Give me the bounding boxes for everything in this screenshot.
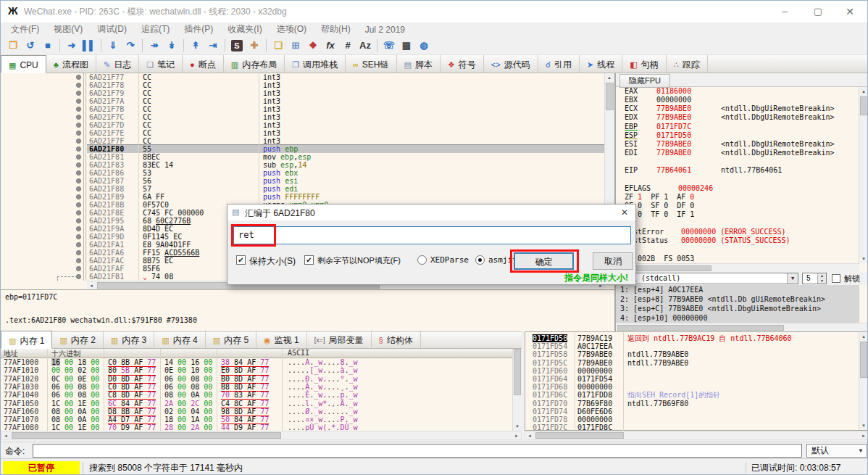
breakpoint-dot[interactable] [76, 178, 81, 183]
dump-row[interactable]: 77AF10200C 00 0E 00D0 8D AF 7706 00 08 0… [1, 375, 512, 383]
tab-线程[interactable]: ➤线程 [580, 55, 622, 73]
stack-horizontal-scrollbar[interactable]: ◂ ▸ [525, 431, 868, 440]
close-button[interactable]: ✕ [834, 1, 866, 22]
dump-vertical-scrollbar[interactable]: ▾ [512, 349, 522, 431]
restart-icon[interactable]: ↺ [22, 38, 39, 54]
breakpoint-dot[interactable] [76, 75, 81, 80]
breakpoint-dot[interactable] [76, 218, 81, 223]
tab-句柄[interactable]: ◧句柄 [622, 55, 666, 73]
register-row[interactable]: ZF 1 PF 1 AF 0 [616, 193, 859, 202]
registers-vertical-scrollbar[interactable]: ▴ ▾ [859, 87, 868, 263]
spinner-arrows-icon[interactable]: ▲▼ [817, 273, 826, 284]
menu-item[interactable]: 帮助(H) [314, 22, 358, 36]
breakpoint-dot[interactable] [76, 91, 81, 96]
register-row[interactable]: EBX00000000 [616, 96, 859, 104]
dump-row[interactable]: 77AF10801C 00 1E 0070 D9 AF 7728 00 2A 0… [1, 424, 512, 431]
register-row[interactable]: OF 0 SF 0 DF 0 [616, 202, 859, 210]
tab-引用[interactable]: ☌引用 [538, 55, 580, 73]
run-to-user-code-icon[interactable]: ⇥ [204, 38, 222, 54]
register-row[interactable]: ESP0171FD50 [616, 131, 859, 140]
register-row[interactable]: LastError00000000 (ERROR_SUCCESS) [616, 228, 859, 236]
tab-局部变量[interactable]: [x=]局部变量 [307, 331, 372, 348]
dump-row[interactable]: 77AF103006 00 08 00C0 8D AF 7706 00 08 0… [1, 383, 512, 391]
tab-内存 2[interactable]: ▥内存 2 [52, 331, 103, 348]
disasm-row[interactable]: 6AD21F8055push ebp [1, 145, 605, 153]
disasm-row[interactable]: 6AD21F8383EC 14sub esp,14 [1, 161, 605, 169]
disasm-row[interactable]: 6AD21F8756push esi [1, 177, 605, 185]
tab-脚本[interactable]: ▤脚本 [397, 55, 441, 73]
stack-row[interactable]: 0171FD6000000000 [525, 367, 859, 375]
dialog-close-icon[interactable]: ✕ [614, 205, 635, 220]
breakpoint-dot[interactable] [76, 123, 81, 128]
register-row[interactable]: EFLAGS00000246 [616, 184, 859, 193]
tab-内存布局[interactable]: ▥内存布局 [224, 55, 285, 73]
tab-流程图[interactable]: ♣流程图 [46, 55, 96, 73]
asmjit-radio[interactable] [475, 255, 485, 265]
register-row[interactable]: LastStatus00000000 (STATUS_SUCCESS) [616, 236, 859, 245]
chevron-down-icon[interactable]: ▼ [787, 273, 798, 284]
tab-断点[interactable]: ●断点 [183, 55, 224, 73]
labels-icon[interactable]: ⊞ [287, 38, 304, 54]
menu-item[interactable]: 追踪(T) [134, 22, 177, 36]
dialog-title-bar[interactable]: ▤ 汇编于 6AD21F80 ✕ [228, 205, 635, 220]
bookmarks-icon[interactable]: ❖ [304, 38, 322, 54]
breakpoint-dot[interactable] [76, 226, 81, 231]
stack-row[interactable]: 0171FD5877B9ABE0ntdll.77B9ABE0 [525, 350, 859, 358]
breakpoint-dot[interactable] [76, 202, 81, 207]
stack-row[interactable]: 0171FD6800000000 [525, 383, 859, 391]
calculator-icon[interactable]: ▦ [398, 38, 415, 54]
stack-vertical-scrollbar[interactable]: ▴ ▾ [859, 332, 868, 430]
tab-调用堆栈[interactable]: ❐调用堆栈 [285, 55, 346, 73]
tab-符号[interactable]: ❖符号 [441, 55, 484, 73]
tab-CPU[interactable]: ▦CPU [1, 55, 46, 73]
breakpoint-dot[interactable] [76, 99, 81, 104]
disasm-row[interactable]: 6AD21F896A FFpush FFFFFFFF [1, 193, 605, 201]
command-input[interactable] [33, 444, 802, 458]
dump-row[interactable]: 77AF10501C 00 1E 006C 84 AF 772A 00 2C 0… [1, 400, 512, 408]
functions-icon[interactable]: fx [322, 38, 339, 54]
tab-SEH链[interactable]: ∞SEH链 [346, 55, 397, 73]
handles-phone-icon[interactable]: ☏ [380, 38, 398, 54]
command-profile-select[interactable]: 默认▼ [806, 444, 867, 458]
register-row[interactable]: EDX77B9ABE0<ntdll.DbgUiRemoteBreakin> [616, 113, 859, 122]
menu-item[interactable]: 调试(D) [90, 22, 134, 36]
breakpoint-dot[interactable] [76, 162, 81, 168]
disasm-row[interactable]: 6AD21F79CCint3 [1, 89, 605, 97]
menu-item[interactable]: 选项(O) [270, 22, 314, 36]
step-out-icon[interactable]: ↡ [163, 38, 180, 54]
breakpoint-dot[interactable] [76, 250, 81, 255]
register-row[interactable]: ECX77B9ABE0<ntdll.DbgUiRemoteBreakin> [616, 104, 859, 113]
disasm-row[interactable]: 6AD21F7BCCint3 [1, 105, 605, 113]
register-row[interactable]: ESI77B9ABE0<ntdll.DbgUiRemoteBreakin> [616, 140, 859, 149]
run-icon[interactable]: ➜ [63, 38, 80, 54]
keep-size-checkbox[interactable]: ✔ [236, 255, 246, 265]
nop-fill-checkbox[interactable]: ✔ [304, 255, 314, 265]
script-s-icon[interactable]: S [228, 38, 246, 54]
strings-az-icon[interactable]: Az [356, 38, 374, 54]
dump-horizontal-scrollbar[interactable]: ◂ ▸ [1, 431, 522, 440]
registers-horizontal-scrollbar[interactable] [616, 263, 859, 272]
dump-row[interactable]: 77AF107008 00 0A 00A4 D7 AF 7718 00 1A 0… [1, 416, 512, 424]
argument-row[interactable]: 4: [esp+10] 00000000 [616, 313, 859, 323]
stack-row[interactable]: 0171FD5077B9AC19返回到 ntdll.77B9AC19 自 ntd… [525, 334, 859, 342]
tab-内存 1[interactable]: ▥内存 1 [1, 331, 52, 349]
tab-内存 4[interactable]: ▥内存 4 [154, 331, 205, 348]
arguments-horizontal-scrollbar[interactable] [616, 323, 868, 331]
stack-row[interactable]: 0171FD7077B69F80ntdll.77B69F80 [525, 400, 859, 408]
breakpoint-dot[interactable] [76, 194, 81, 199]
disasm-row[interactable]: 6AD21F7ECCint3 [1, 129, 605, 137]
breakpoint-dot[interactable] [76, 107, 81, 112]
run-to-cursor-icon[interactable]: ↠ [146, 38, 163, 54]
globe-icon[interactable]: ◍ [415, 38, 433, 54]
tab-结构体[interactable]: §结构体 [372, 331, 421, 348]
menu-item[interactable]: Jul 2 2019 [358, 24, 412, 36]
unlock-checkbox[interactable] [832, 274, 840, 283]
calling-convention-select[interactable]: 默认 (stdcall) ▼ [619, 273, 798, 284]
register-row[interactable]: EDI77B9ABE0<ntdll.DbgUiRemoteBreakin> [616, 149, 859, 157]
breakpoint-dot[interactable] [76, 242, 81, 247]
breakpoint-dot[interactable] [76, 146, 81, 152]
step-over-icon[interactable]: ↷ [122, 38, 139, 54]
patch-icon[interactable]: ✚ [246, 38, 263, 54]
breakpoint-dot[interactable] [76, 115, 81, 120]
disasm-row[interactable]: 6AD21F7CCCint3 [1, 113, 605, 121]
